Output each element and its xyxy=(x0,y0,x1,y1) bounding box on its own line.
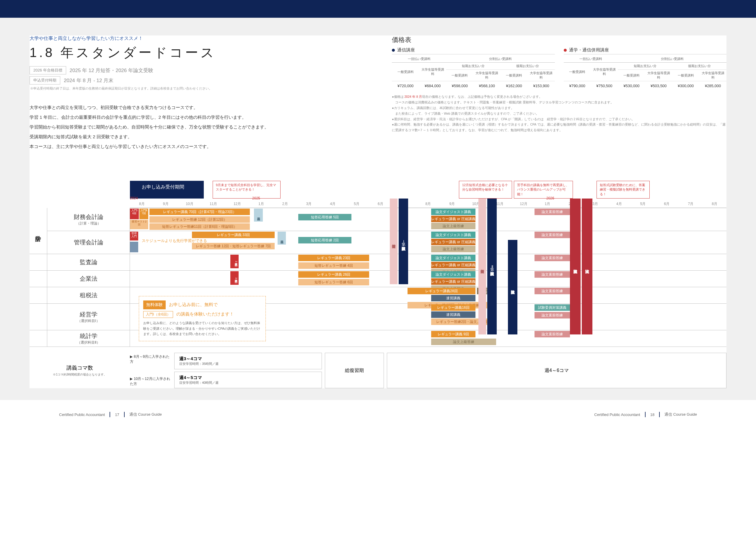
bar-tanreg6: 短答レギュラー答練 6回 xyxy=(298,279,369,285)
test-box: 復習テスト2回 xyxy=(130,220,148,229)
top-navy-bar xyxy=(0,0,756,18)
bar-jokyu1: 論文上級答練 xyxy=(431,223,476,229)
price-table-online: 一括払い受講料 分割払い受講料 一般受講料 大学生協等受講料 短期お支払い分 後… xyxy=(392,56,555,90)
apply-period-note: ※申込受付時期の終了日は、来年度版の生教材の最終保証期日が目安となります。詳細は… xyxy=(30,86,380,91)
timeline-header: 2024 2025 2026 8月 9月 10月 11月 12月 1月 2月 3… xyxy=(130,200,727,208)
callout-1: 9月末まで短答式全科目を学習し、完全マスターすることができる！ xyxy=(213,181,280,198)
subject-management: 管理会計論 xyxy=(47,231,130,254)
price-notes: ●価格は 2024 年 8 月現在の価格となります。なお、上記価格は予告なく変更… xyxy=(392,94,727,133)
course-title: 1.8 年スタンダードコース xyxy=(29,44,380,61)
vbar-moshi1: 第Ⅰ回・短答式模擬試験 xyxy=(399,198,408,284)
bar-shiken: 試験委員対策講義 xyxy=(534,304,570,311)
dot-navy-icon xyxy=(392,49,395,52)
intro2-box: 入門Ⅱ7回 xyxy=(139,209,148,219)
bar-chokuzen1: 論文直前答練 xyxy=(534,209,570,215)
subject-statistics: 統計学（選択科目Ⅱ） xyxy=(47,330,130,347)
vbar-ronshiken2: 論文式試験 xyxy=(582,198,592,335)
subject-corporate: 企業法 xyxy=(47,271,130,287)
bar-reg70: レギュラー講義 70回（計算47回・理論23回） xyxy=(149,209,250,215)
bar-tanreg4: 短答レギュラー答練 4回 xyxy=(298,262,369,269)
vbar-moshi2: 第Ⅱ回・短答式模擬試験 xyxy=(487,198,497,335)
target-year-text: 2025 年 12 月短答・2026 年論文受験 xyxy=(70,67,153,74)
price-title: 価格表 xyxy=(392,35,727,44)
intro1-box: 入門Ⅰ6回 xyxy=(130,209,139,219)
bar-tanou2: 短答応用答練 2回 xyxy=(298,237,351,243)
bar-reg28: レギュラー講義28回 xyxy=(408,288,476,294)
koma-review: 総復習期 xyxy=(325,353,384,388)
recommend-text: 大学や仕事と両立しながら学習したい方にオススメ！ xyxy=(29,35,380,42)
callout-2: 12月短答式合格に必要となる十分な自習時間を確保できる！ xyxy=(459,181,512,198)
bar-reg11: 短答レギュラー答練11回（計算6回・理論5回） xyxy=(149,223,250,230)
vbar-ronmoshi: 論文式模擬試験 xyxy=(508,240,517,335)
callout-4: 短答式試験受験のために、答案練習・模擬試験を無料受講できる！ xyxy=(596,181,650,198)
trial-box: 無料体験 お申し込み前に、無料で 入門Ⅰ（全6回） の講義を体験いただけます！ … xyxy=(139,296,266,341)
mgmt-intro-box: 管理入門 xyxy=(130,232,138,241)
subject-financial: 財務会計論（計算・理論） xyxy=(47,208,130,231)
bar-tanou5: 短答応用答練 5回 xyxy=(298,214,351,220)
target-year-tag: 2026 年合格目標 xyxy=(29,66,66,75)
price-group-online: 通信講座 xyxy=(397,47,415,53)
bar-kaisei: 改正論点講義 xyxy=(254,209,263,222)
price-table-combined: 一括払い受講料 分割払い受講料 一般受講料 大学生協等受講料 短期お支払い分 後… xyxy=(564,56,727,90)
bar-reg33: レギュラー講義 33回 xyxy=(192,232,275,238)
koma-label: 講義コマ数 ※1コマ約3時間程度の場合となります。 xyxy=(29,353,130,388)
koma-late: 週4～6コマ xyxy=(387,353,727,388)
bar-reg2ron: レギュラー答練2回・論文上級答練 xyxy=(431,318,496,325)
bar-reg12: レギュラー答練 12回（計算12回） xyxy=(149,216,250,223)
category-accounting: 会計学 xyxy=(29,208,47,254)
dot-red-icon xyxy=(564,49,567,52)
koma-box-1: 週3～4コマ 目安学習時間：35時間／週 xyxy=(174,353,322,369)
apply-period-tag: 申込受付時期 xyxy=(29,76,60,84)
bar-reg12b: レギュラー答練 12回・短答レギュラー答練 7回 xyxy=(192,243,275,249)
bar-digest1: 論文ダイジェスト講義 xyxy=(431,209,476,215)
bar-reg16: レギュラー講義16回 xyxy=(431,304,476,311)
subject-audit: 監査論 xyxy=(47,254,130,270)
subject-tax: 租税法 xyxy=(47,287,130,303)
bar-reg26: レギュラー講義 26回 xyxy=(298,271,369,278)
description-block: 大学や仕事との両立を実現しつつ、初回受験で合格できる実力をつけるコースです。 学… xyxy=(29,102,380,151)
vbar-ronshiken1: 論文式模擬試験 xyxy=(570,198,580,335)
apply-period-text: 2024 年 8 月 - 12 月末 xyxy=(64,77,113,84)
bar-reg23: レギュラー講義 23回 xyxy=(298,255,369,261)
footer: Certified Public Accountant 17 通信 Course… xyxy=(0,400,756,423)
koma-box-2: 週4～5コマ 目安学習時間：40時間／週 xyxy=(174,372,322,388)
vbar-tanchoku2: 短答直前答練 xyxy=(479,198,486,335)
apply-period-callout: お申し込み受付期間 xyxy=(130,181,204,198)
price-group-combined: 通学・通信併用講座 xyxy=(569,47,609,53)
vbar-tanchoku1: 短答直前答練 xyxy=(390,198,397,284)
bar-regor1: レギュラー講義 or 圧縮講義 xyxy=(431,216,476,222)
callout-3: 苦手科目の講義を無料で再受講し、バランス重視のレベルアップが可能！ xyxy=(514,181,573,198)
bar-reg9: レギュラー講義 9回 xyxy=(431,331,476,337)
subject-business: 経営学（選択科目Ⅰ） xyxy=(47,304,130,330)
trial-badge: 無料体験 xyxy=(143,300,166,309)
